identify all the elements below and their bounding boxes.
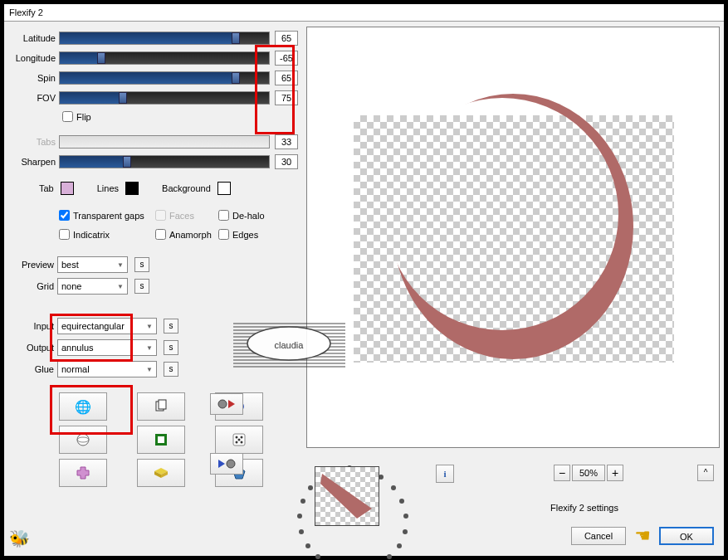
anamorph-checkbox[interactable]: Anamorph [155, 229, 210, 240]
media-buttons [210, 393, 243, 513]
controls-panel: Latitude 65 Longitude -65 Spin 65 [4, 22, 305, 555]
lines-color-swatch[interactable] [125, 182, 139, 195]
zoom-controls: − 50% + [554, 465, 623, 481]
dehalo-input[interactable] [218, 210, 229, 221]
chevron-down-icon: ▼ [117, 283, 124, 290]
svg-marker-1 [228, 400, 235, 408]
svg-point-57 [300, 499, 305, 504]
preview-dropdown[interactable]: best▼ [57, 256, 128, 273]
globe-icon[interactable]: 🌐 [59, 392, 107, 421]
svg-marker-2 [218, 460, 225, 468]
bg-color-item: Background [162, 182, 231, 195]
color-row: Tab Lines Background [39, 182, 298, 195]
output-dropdown[interactable]: annulus▼ [57, 339, 157, 356]
faces-input [155, 210, 166, 221]
transparent-gaps-input[interactable] [59, 210, 70, 221]
svg-point-3 [227, 460, 235, 468]
transparent-gaps-checkbox[interactable]: Transparent gaps [59, 210, 147, 221]
dehalo-checkbox[interactable]: De-halo [218, 210, 306, 221]
svg-marker-61 [320, 474, 372, 519]
thumbnail-preview[interactable] [315, 466, 379, 526]
title-bar: Flexify 2 [4, 4, 724, 22]
tab-color-swatch[interactable] [61, 182, 74, 195]
svg-point-58 [308, 485, 313, 490]
longitude-slider[interactable] [59, 51, 270, 65]
zoom-out-button[interactable]: − [554, 465, 570, 481]
fov-value[interactable]: 75 [275, 90, 298, 105]
lines-color-label: Lines [97, 183, 119, 193]
brick-icon[interactable] [137, 459, 185, 487]
glue-dropdown[interactable]: normal▼ [57, 361, 157, 377]
options-group: Transparent gaps Faces De-halo Indicatri… [59, 210, 298, 240]
spin-label: Spin [11, 73, 59, 83]
frame-icon[interactable] [137, 426, 185, 454]
glue-reset-button[interactable]: s [164, 362, 178, 377]
flip-input[interactable] [62, 111, 73, 122]
spin-value[interactable]: 65 [275, 71, 298, 85]
latitude-label: Latitude [11, 33, 59, 43]
chevron-down-icon: ▼ [146, 323, 153, 330]
ok-button[interactable]: OK [659, 527, 714, 545]
edges-checkbox[interactable]: Edges [218, 229, 306, 240]
edges-input[interactable] [218, 229, 229, 240]
indicatrix-input[interactable] [59, 229, 70, 240]
svg-point-55 [299, 529, 304, 534]
fov-slider[interactable] [59, 91, 270, 105]
latitude-value[interactable]: 65 [275, 31, 298, 46]
tab-color-label: Tab [39, 183, 54, 193]
plus-shape-icon[interactable] [59, 459, 107, 487]
bg-color-swatch[interactable] [217, 182, 231, 195]
sharpen-value[interactable]: 30 [275, 154, 298, 169]
tabs-value[interactable]: 33 [275, 134, 298, 149]
sphere-icon[interactable] [59, 426, 107, 454]
svg-rect-10 [158, 436, 164, 443]
dialog-window: Flexify 2 Latitude 65 Longitude -65 Spin [3, 3, 725, 557]
zoom-in-button[interactable]: + [607, 465, 623, 481]
expand-button[interactable]: ^ [697, 465, 714, 481]
copy-icon[interactable] [137, 392, 185, 421]
svg-point-44 [399, 499, 404, 504]
grid-dropdown[interactable]: none▼ [57, 278, 128, 295]
cancel-button[interactable]: Cancel [571, 527, 626, 545]
flip-label: Flip [76, 112, 91, 122]
output-label: Output [11, 343, 57, 353]
sharpen-slider[interactable] [59, 155, 270, 168]
input-label: Input [11, 321, 57, 331]
grid-row: Grid none▼ s [11, 278, 298, 295]
chevron-down-icon: ▼ [117, 261, 124, 269]
input-dropdown[interactable]: equirectangular▼ [57, 318, 157, 334]
svg-rect-5 [159, 400, 166, 409]
chevron-down-icon: ▼ [146, 366, 153, 373]
latitude-slider[interactable] [59, 32, 270, 45]
longitude-label: Longitude [11, 53, 59, 63]
svg-point-53 [315, 554, 320, 559]
svg-point-7 [77, 434, 89, 446]
flip-checkbox[interactable]: Flip [62, 111, 298, 122]
input-reset-button[interactable]: s [164, 319, 178, 334]
tabs-label: Tabs [11, 137, 59, 147]
flip-row: Flip [62, 111, 298, 122]
grid-reset-button[interactable]: s [134, 279, 149, 294]
indicatrix-checkbox[interactable]: Indicatrix [59, 229, 147, 240]
window-title: Flexify 2 [9, 7, 43, 17]
anamorph-input[interactable] [155, 229, 166, 240]
preview-canvas[interactable] [306, 27, 720, 448]
play-record-button[interactable] [210, 453, 243, 475]
rendered-output [390, 85, 636, 368]
dialog-buttons: Cancel ☛ OK [571, 525, 714, 547]
wasp-icon[interactable]: 🐝 [9, 528, 30, 548]
preview-reset-button[interactable]: s [134, 257, 149, 272]
svg-point-47 [397, 543, 402, 548]
lines-color-item: Lines [97, 182, 139, 195]
svg-point-43 [391, 485, 396, 490]
longitude-value[interactable]: -65 [275, 51, 298, 66]
tool-grid: 🌐 [59, 392, 298, 487]
svg-point-54 [305, 543, 310, 548]
spin-slider[interactable] [59, 71, 270, 85]
record-play-button[interactable] [210, 393, 243, 415]
info-button[interactable]: i [436, 465, 454, 483]
output-reset-button[interactable]: s [164, 340, 178, 355]
fov-row: FOV 75 [11, 90, 298, 106]
zoom-value[interactable]: 50% [572, 465, 605, 481]
preview-label: Preview [11, 260, 57, 270]
